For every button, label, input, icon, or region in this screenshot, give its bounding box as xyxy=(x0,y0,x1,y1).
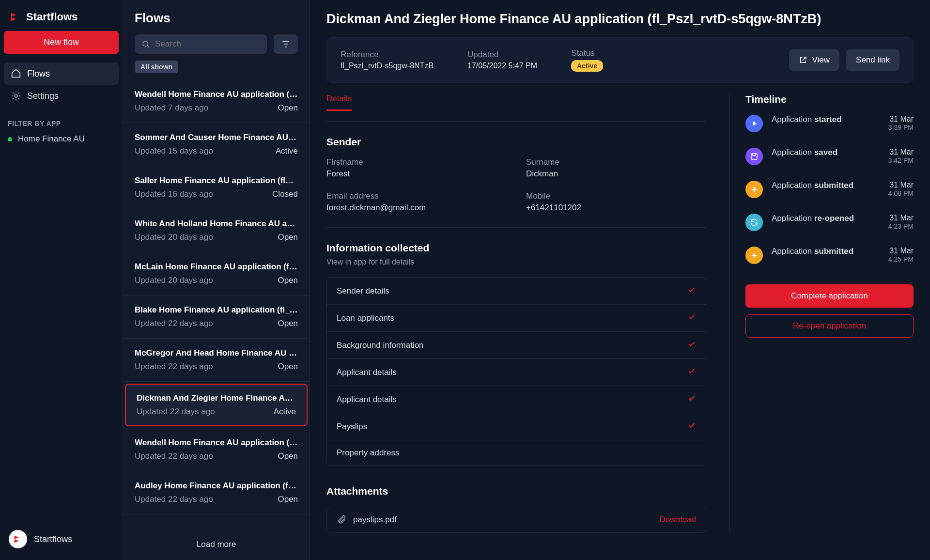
flow-item-status: Open xyxy=(278,233,298,242)
status-label: Status xyxy=(571,48,603,58)
flow-item-updated: Updated 22 days ago xyxy=(135,495,213,504)
filter-heading: FILTER BY APP xyxy=(8,120,115,127)
timeline-text: Application submitted xyxy=(772,247,853,264)
detail-pane: Dickman And Ziegler Home Finance AU appl… xyxy=(310,0,930,560)
check-icon xyxy=(687,394,696,405)
flow-item[interactable]: McLain Home Finance AU application (fl_g… xyxy=(123,252,310,296)
flow-item-title: Sommer And Causer Home Finance AU applic… xyxy=(135,133,298,142)
timeline-time: 4:25 PM xyxy=(888,255,914,263)
flow-item-status: Active xyxy=(276,146,298,156)
filter-button[interactable] xyxy=(274,34,298,54)
search-input[interactable] xyxy=(155,39,260,49)
timeline-date: 31 Mar4:08 PM xyxy=(888,181,914,198)
firstname-label: Firstname xyxy=(326,157,507,167)
info-row-label: Applicant details xyxy=(337,395,397,404)
flow-item-title: McLain Home Finance AU application (fl_g… xyxy=(135,262,298,272)
flow-item[interactable]: Saller Home Finance AU application (fl_Y… xyxy=(123,166,310,209)
flow-item-title: Dickman And Ziegler Home Finance AU appl… xyxy=(137,393,296,403)
flow-item[interactable]: White And Holland Home Finance AU applic… xyxy=(123,209,310,252)
flow-item[interactable]: Sommer And Causer Home Finance AU applic… xyxy=(123,123,310,166)
load-more-button[interactable]: Load more xyxy=(123,529,310,560)
send-link-button[interactable]: Send link xyxy=(846,49,899,71)
detail-title: Dickman And Ziegler Home Finance AU appl… xyxy=(326,12,914,27)
email-label: Email address xyxy=(326,191,507,201)
timeline: Application started31 Mar3:39 PMApplicat… xyxy=(745,115,914,280)
svg-point-0 xyxy=(15,94,17,97)
flow-item[interactable]: Wendell Home Finance AU application (fl_… xyxy=(123,428,310,471)
timeline-text: Application re-opened xyxy=(772,214,854,231)
timeline-date: 31 Mar4:23 PM xyxy=(888,214,914,231)
reference-label: Reference xyxy=(341,50,434,60)
timeline-badge-icon xyxy=(745,115,763,132)
flow-item-updated: Updated 22 days ago xyxy=(135,319,213,328)
flow-item-title: Blake Home Finance AU application (fl_Yw… xyxy=(135,305,298,315)
timeline-date: 31 Mar3:42 PM xyxy=(888,148,914,165)
flow-item[interactable]: Dickman And Ziegler Home Finance AU appl… xyxy=(125,384,308,426)
updated-value: 17/05/2022 5:47 PM xyxy=(467,62,537,70)
flow-item-updated: Updated 20 days ago xyxy=(135,276,213,285)
chip-all-shown[interactable]: All shown xyxy=(135,61,178,73)
info-row: Payslips xyxy=(327,413,706,440)
timeline-time: 3:42 PM xyxy=(888,156,914,164)
flow-item[interactable]: Blake Home Finance AU application (fl_Yw… xyxy=(123,296,310,339)
download-link[interactable]: Download xyxy=(659,515,696,525)
new-flow-button[interactable]: New flow xyxy=(4,31,119,54)
info-subheading: View in app for full details xyxy=(326,258,706,266)
info-row: Loan applicants xyxy=(327,305,706,332)
divider xyxy=(326,121,706,122)
timeline-badge-icon xyxy=(745,181,763,198)
flow-item[interactable]: Wendell Home Finance AU application (fl_… xyxy=(123,80,310,123)
mobile-label: Mobile xyxy=(526,191,706,201)
timeline-badge-icon xyxy=(745,214,763,231)
firstname-value: Forest xyxy=(326,169,507,179)
check-icon xyxy=(687,340,696,351)
timeline-item: Application submitted31 Mar4:08 PM xyxy=(745,181,914,214)
paperclip-icon xyxy=(337,515,346,525)
check-icon xyxy=(687,285,696,296)
info-row-label: Sender details xyxy=(337,286,389,296)
status-badge: Active xyxy=(571,60,603,72)
flow-item[interactable]: Audley Home Finance AU application (fl_w… xyxy=(123,471,310,514)
summary-card: Reference fl_PszI_rvtD-s5qgw-8NTzB Updat… xyxy=(326,37,914,83)
nav-settings[interactable]: Settings xyxy=(4,85,119,107)
footer-brand-label: Startflows xyxy=(34,534,72,544)
divider xyxy=(326,227,706,228)
check-icon xyxy=(687,421,696,432)
view-button-label: View xyxy=(812,55,830,65)
nav-flows[interactable]: Flows xyxy=(4,62,119,85)
flow-item-title: Wendell Home Finance AU application (fl_… xyxy=(135,90,298,99)
info-row-label: Background information xyxy=(337,341,424,350)
filter-icon xyxy=(281,39,291,49)
check-icon xyxy=(687,367,696,378)
sidebar-footer[interactable]: Startflows xyxy=(4,522,119,556)
flow-item-title: Wendell Home Finance AU application (fl_… xyxy=(135,438,298,448)
search-icon xyxy=(141,40,150,48)
flow-item-updated: Updated 7 days ago xyxy=(135,103,208,113)
flow-item-status: Open xyxy=(278,495,298,504)
flow-item-status: Open xyxy=(278,276,298,285)
reopen-application-button[interactable]: Re-open application xyxy=(745,314,914,338)
info-row-label: Applicant details xyxy=(337,368,397,377)
search-box[interactable] xyxy=(135,34,267,54)
info-row-label: Property address xyxy=(337,448,399,458)
reference-value: fl_PszI_rvtD-s5qgw-8NTzB xyxy=(341,62,434,70)
flow-item-status: Open xyxy=(278,362,298,372)
info-table: Sender detailsLoan applicantsBackground … xyxy=(326,277,706,466)
timeline-item: Application started31 Mar3:39 PM xyxy=(745,115,914,148)
surname-value: Dickman xyxy=(526,169,706,179)
sidebar: Startflows New flow Flows Settings FILTE… xyxy=(0,0,123,560)
status-dot-icon xyxy=(8,137,12,141)
tab-details[interactable]: Details xyxy=(326,94,352,111)
logo[interactable]: Startflows xyxy=(4,4,119,31)
filter-app-home-finance[interactable]: Home Finance AU xyxy=(8,134,115,144)
attachments-heading: Attachments xyxy=(326,485,706,497)
complete-application-button[interactable]: Complete application xyxy=(745,284,914,308)
svg-line-2 xyxy=(147,46,149,47)
timeline-badge-icon xyxy=(745,247,763,264)
attachment-row: payslips.pdf Download xyxy=(326,507,706,533)
avatar xyxy=(9,530,27,548)
flow-item[interactable]: McGregor And Head Home Finance AU applic… xyxy=(123,339,310,382)
check-icon xyxy=(687,312,696,324)
view-button[interactable]: View xyxy=(789,49,840,71)
flow-item-status: Open xyxy=(278,103,298,113)
